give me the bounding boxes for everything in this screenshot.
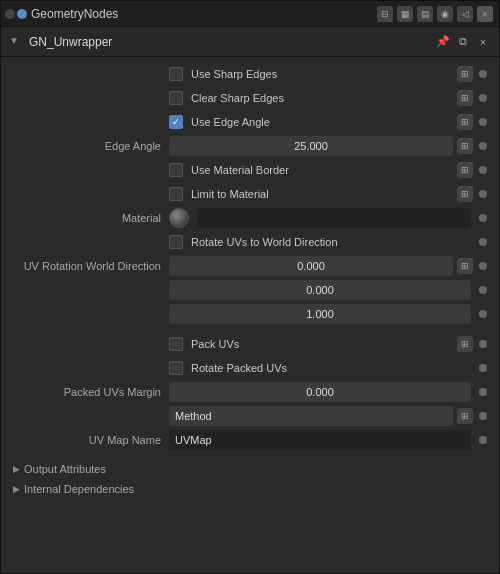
use-sharp-edges-content: Use Sharp Edges xyxy=(169,67,453,81)
node-collapse-icon[interactable]: ▼ xyxy=(9,35,23,49)
use-sharp-edges-row: Use Sharp Edges ⊞ xyxy=(9,63,491,85)
uv-rotation-z-field[interactable]: 1.000 xyxy=(169,304,471,324)
uv-rotation-y-dot[interactable] xyxy=(475,282,491,298)
pack-uvs-row: Pack UVs ⊞ xyxy=(9,333,491,355)
clear-sharp-edges-grid-icon[interactable]: ⊞ xyxy=(457,90,473,106)
use-edge-angle-actions: ⊞ xyxy=(457,114,491,130)
rotate-packed-uvs-text: Rotate Packed UVs xyxy=(191,362,287,374)
material-field[interactable] xyxy=(197,208,471,228)
method-actions: ⊞ xyxy=(457,408,491,424)
internal-dependencies-section[interactable]: ▶ Internal Dependencies xyxy=(9,479,491,499)
use-sharp-edges-dot[interactable] xyxy=(475,66,491,82)
use-edge-angle-checkbox[interactable]: ✓ xyxy=(169,115,183,129)
use-edge-angle-grid-icon[interactable]: ⊞ xyxy=(457,114,473,130)
uv-rotation-x-field[interactable]: 0.000 xyxy=(169,256,453,276)
pack-uvs-grid-icon[interactable]: ⊞ xyxy=(457,336,473,352)
material-globe-icon xyxy=(169,208,189,228)
rotate-uvs-row: Rotate UVs to World Direction xyxy=(9,231,491,253)
method-field[interactable]: Method xyxy=(169,406,453,426)
packed-uvs-margin-field[interactable]: 0.000 xyxy=(169,382,471,402)
clear-sharp-edges-actions: ⊞ xyxy=(457,90,491,106)
uv-map-name-field[interactable]: UVMap xyxy=(169,430,471,450)
node-close-icon[interactable]: × xyxy=(475,34,491,50)
material-dot[interactable] xyxy=(475,210,491,226)
use-edge-angle-row: ✓ Use Edge Angle ⊞ xyxy=(9,111,491,133)
limit-to-material-grid-icon[interactable]: ⊞ xyxy=(457,186,473,202)
rotate-packed-uvs-row: Rotate Packed UVs xyxy=(9,357,491,379)
use-edge-angle-content: ✓ Use Edge Angle xyxy=(169,115,453,129)
uv-rotation-y-field[interactable]: 0.000 xyxy=(169,280,471,300)
clear-sharp-edges-text: Clear Sharp Edges xyxy=(191,92,284,104)
use-sharp-edges-checkbox[interactable] xyxy=(169,67,183,81)
node-actions: 📌 ⧉ × xyxy=(435,34,491,50)
uv-rotation-x-row: UV Rotation World Direction 0.000 ⊞ xyxy=(9,255,491,277)
limit-to-material-checkbox[interactable] xyxy=(169,187,183,201)
rotate-uvs-text: Rotate UVs to World Direction xyxy=(191,236,338,248)
limit-to-material-dot[interactable] xyxy=(475,186,491,202)
layout3-icon[interactable]: ◉ xyxy=(437,6,453,22)
clear-sharp-edges-dot[interactable] xyxy=(475,90,491,106)
uv-rotation-y-actions xyxy=(475,282,491,298)
edge-angle-field[interactable]: 25.000 xyxy=(169,136,453,156)
main-window: GeometryNodes ⊟ ▦ ▤ ◉ ◁ × ▼ GN_Unwrapper… xyxy=(0,0,500,574)
uv-rotation-x-value: 0.000 xyxy=(175,260,447,272)
layout1-icon[interactable]: ▦ xyxy=(397,6,413,22)
use-material-border-content: Use Material Border xyxy=(169,163,453,177)
clear-sharp-edges-checkbox[interactable] xyxy=(169,91,183,105)
node-header: ▼ GN_Unwrapper 📌 ⧉ × xyxy=(1,27,499,57)
titlebar-title: GeometryNodes xyxy=(31,7,371,21)
rotate-packed-uvs-dot[interactable] xyxy=(475,360,491,376)
packed-uvs-margin-value: 0.000 xyxy=(175,386,465,398)
uv-rotation-x-dot[interactable] xyxy=(475,258,491,274)
use-material-border-dot[interactable] xyxy=(475,162,491,178)
method-dot[interactable] xyxy=(475,408,491,424)
use-material-border-grid-icon[interactable]: ⊞ xyxy=(457,162,473,178)
rotate-packed-uvs-checkbox[interactable] xyxy=(169,361,183,375)
uv-rotation-y-content: 0.000 xyxy=(169,280,471,300)
uv-rotation-z-dot[interactable] xyxy=(475,306,491,322)
packed-uvs-margin-dot[interactable] xyxy=(475,384,491,400)
edge-angle-content: 25.000 xyxy=(169,136,453,156)
method-grid-icon[interactable]: ⊞ xyxy=(457,408,473,424)
clear-sharp-edges-content: Clear Sharp Edges xyxy=(169,91,453,105)
node-copy-icon[interactable]: ⧉ xyxy=(455,34,471,50)
limit-to-material-content: Limit to Material xyxy=(169,187,453,201)
limit-to-material-row: Limit to Material ⊞ xyxy=(9,183,491,205)
edge-angle-actions: ⊞ xyxy=(457,138,491,154)
uv-map-name-content: UVMap xyxy=(169,430,471,450)
rotate-uvs-checkbox[interactable] xyxy=(169,235,183,249)
edge-angle-grid-icon[interactable]: ⊞ xyxy=(457,138,473,154)
use-sharp-edges-grid-icon[interactable]: ⊞ xyxy=(457,66,473,82)
limit-to-material-text: Limit to Material xyxy=(191,188,269,200)
output-attributes-section[interactable]: ▶ Output Attributes xyxy=(9,459,491,479)
use-material-border-checkbox[interactable] xyxy=(169,163,183,177)
method-row: Method ⊞ xyxy=(9,405,491,427)
edge-angle-label: Edge Angle xyxy=(9,140,169,152)
use-edge-angle-dot[interactable] xyxy=(475,114,491,130)
filter-icon[interactable]: ⊟ xyxy=(377,6,393,22)
uv-rotation-z-actions xyxy=(475,306,491,322)
packed-uvs-margin-row: Packed UVs Margin 0.000 xyxy=(9,381,491,403)
uv-map-name-value: UVMap xyxy=(175,434,465,446)
edge-angle-dot[interactable] xyxy=(475,138,491,154)
pack-uvs-dot[interactable] xyxy=(475,336,491,352)
expand-icon[interactable]: ◁ xyxy=(457,6,473,22)
use-sharp-edges-actions: ⊞ xyxy=(457,66,491,82)
rotate-uvs-dot[interactable] xyxy=(475,234,491,250)
material-row-label: Material xyxy=(9,212,169,224)
close-button[interactable]: × xyxy=(477,6,493,22)
layout2-icon[interactable]: ▤ xyxy=(417,6,433,22)
titlebar-icon xyxy=(7,5,25,23)
pack-uvs-actions: ⊞ xyxy=(457,336,491,352)
uv-rotation-label: UV Rotation World Direction xyxy=(9,260,169,272)
use-material-border-row: Use Material Border ⊞ xyxy=(9,159,491,181)
uv-rotation-y-row: 0.000 xyxy=(9,279,491,301)
node-pin-icon[interactable]: 📌 xyxy=(435,34,451,50)
titlebar-actions: ⊟ ▦ ▤ ◉ ◁ × xyxy=(377,6,493,22)
uv-rotation-x-grid-icon[interactable]: ⊞ xyxy=(457,258,473,274)
pack-uvs-text: Pack UVs xyxy=(191,338,239,350)
use-edge-angle-text: Use Edge Angle xyxy=(191,116,270,128)
pack-uvs-checkbox[interactable] xyxy=(169,337,183,351)
limit-to-material-actions: ⊞ xyxy=(457,186,491,202)
uv-map-name-dot[interactable] xyxy=(475,432,491,448)
